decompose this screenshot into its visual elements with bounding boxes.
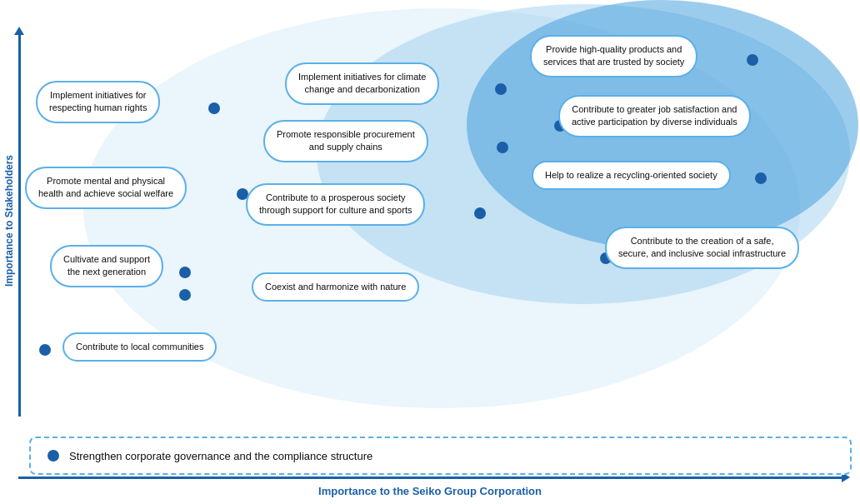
contribute-local-bubble: Contribute to local communities [62, 332, 217, 362]
x-axis-arrow [18, 477, 843, 479]
x-axis-label: Importance to the Seiko Group Corporatio… [318, 485, 542, 497]
contribute-job-satisfaction-bubble: Contribute to greater job satisfaction a… [558, 95, 751, 137]
y-axis-label: Importance to Stakeholders [3, 42, 15, 400]
safe-infrastructure-bubble: Contribute to the creation of a safe,sec… [605, 227, 799, 269]
recycling-society-dot [755, 172, 767, 184]
cultivate-next-gen-bubble: Cultivate and supportthe next generation [50, 245, 163, 287]
implement-human-rights-bubble: Implement initiatives forrespecting huma… [36, 81, 160, 123]
governance-text: Strengthen corporate governance and the … [69, 450, 372, 462]
coexist-nature-bubble: Coexist and harmonize with nature [252, 272, 419, 302]
governance-dot [48, 450, 59, 462]
contribute-local-dot [39, 344, 51, 356]
contribute-culture-dot [474, 207, 486, 219]
provide-products-dot [747, 54, 758, 66]
chart-container: Importance to Stakeholders Importance to… [0, 0, 860, 504]
y-axis-arrow [18, 33, 21, 417]
contribute-culture-bubble: Contribute to a prosperous societythroug… [246, 183, 425, 226]
coexist-nature-dot [179, 289, 191, 301]
implement-climate-bubble: Implement initiatives for climatechange … [285, 62, 439, 105]
promote-mental-health-bubble: Promote mental and physicalhealth and ac… [25, 167, 187, 209]
promote-procurement-bubble: Promote responsible procurementand suppl… [263, 120, 428, 162]
cultivate-next-gen-dot [179, 267, 191, 278]
provide-products-bubble: Provide high-quality products andservice… [530, 35, 698, 77]
implement-climate-dot [495, 83, 507, 95]
implement-human-rights-dot [208, 102, 220, 114]
governance-box: Strengthen corporate governance and the … [29, 437, 852, 475]
promote-procurement-dot [497, 142, 508, 153]
recycling-society-bubble: Help to realize a recycling-oriented soc… [532, 161, 731, 190]
